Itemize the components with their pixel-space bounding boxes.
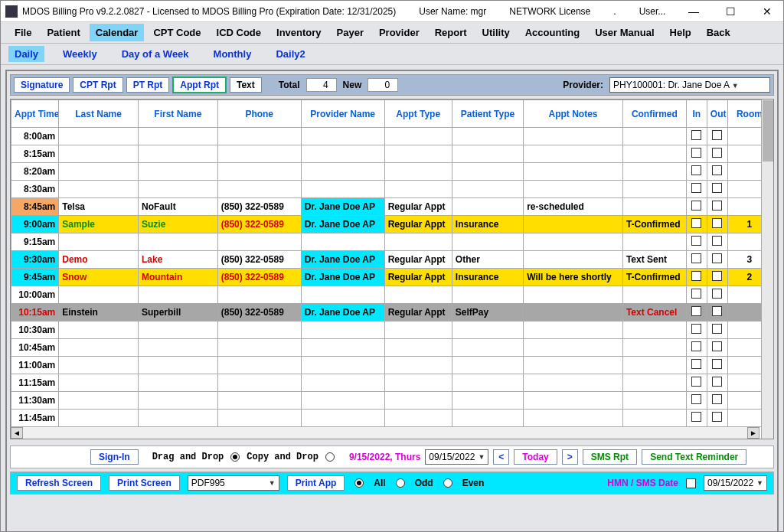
user-menu[interactable]: User... — [639, 6, 666, 17]
print-app-button[interactable]: Print App — [287, 475, 345, 491]
in-checkbox[interactable] — [691, 165, 701, 175]
sms-date-checkbox[interactable] — [686, 478, 696, 488]
submenu-daily2[interactable]: Daily2 — [270, 46, 311, 62]
sign-in-button[interactable]: Sign-In — [90, 449, 139, 465]
in-checkbox[interactable] — [691, 253, 701, 263]
in-checkbox[interactable] — [691, 201, 701, 211]
submenu-day-of-a-week[interactable]: Day of a Week — [116, 46, 195, 62]
vertical-scrollbar[interactable] — [761, 100, 773, 439]
appt-rpt-button[interactable]: Appt Rpt — [172, 77, 227, 93]
send-text-button[interactable]: Send Text Reminder — [642, 449, 746, 465]
pt-rpt-button[interactable]: PT Rpt — [126, 77, 170, 93]
table-row[interactable]: 11:30am — [11, 392, 772, 410]
out-checkbox[interactable] — [712, 324, 722, 334]
menu-file[interactable]: File — [8, 24, 38, 41]
today-button[interactable]: Today — [514, 449, 557, 465]
in-checkbox[interactable] — [691, 306, 701, 316]
out-checkbox[interactable] — [712, 289, 722, 299]
submenu-monthly[interactable]: Monthly — [207, 46, 258, 62]
in-checkbox[interactable] — [691, 324, 701, 334]
table-row[interactable]: 8:45amTelsaNoFault(850) 322-0589Dr. Jane… — [11, 198, 772, 216]
out-checkbox[interactable] — [712, 306, 722, 316]
table-row[interactable]: 8:00am — [11, 128, 772, 145]
table-row[interactable]: 10:45am — [11, 339, 772, 357]
refresh-button[interactable]: Refresh Screen — [17, 475, 101, 491]
close-button[interactable]: ✕ — [756, 3, 779, 20]
column-header-out[interactable]: Out — [707, 100, 727, 128]
out-checkbox[interactable] — [712, 359, 722, 369]
out-checkbox[interactable] — [712, 201, 722, 211]
table-row[interactable]: 8:20am — [11, 163, 772, 181]
copy-drop-radio[interactable] — [325, 452, 335, 462]
table-row[interactable]: 9:00amSampleSuzie(850) 322-0589Dr. Jane … — [11, 216, 772, 233]
printer-select[interactable]: PDF995▼ — [188, 475, 279, 491]
cpt-rpt-button[interactable]: CPT Rpt — [73, 77, 122, 93]
menu-icd-code[interactable]: ICD Code — [211, 24, 268, 41]
menu-back[interactable]: Back — [701, 24, 737, 41]
in-checkbox[interactable] — [691, 218, 701, 228]
print-screen-button[interactable]: Print Screen — [109, 475, 180, 491]
next-day-button[interactable]: > — [562, 449, 578, 465]
menu-inventory[interactable]: Inventory — [270, 24, 328, 41]
column-header-time[interactable]: Appt Time — [11, 100, 59, 128]
column-header-first[interactable]: First Name — [139, 100, 218, 128]
odd-radio[interactable] — [396, 478, 405, 488]
out-checkbox[interactable] — [712, 394, 722, 404]
menu-payer[interactable]: Payer — [331, 24, 370, 41]
in-checkbox[interactable] — [691, 377, 701, 387]
out-checkbox[interactable] — [712, 130, 722, 140]
sms-date-picker[interactable]: 09/15/2022▼ — [704, 475, 767, 491]
out-checkbox[interactable] — [712, 253, 722, 263]
drag-drop-radio[interactable] — [230, 452, 240, 462]
maximize-button[interactable]: ☐ — [719, 3, 742, 20]
date-picker[interactable]: 09/15/2022▼ — [425, 449, 488, 465]
menu-calendar[interactable]: Calendar — [90, 24, 145, 41]
column-header-atype[interactable]: Appt Type — [384, 100, 452, 128]
sms-rpt-button[interactable]: SMS Rpt — [583, 449, 637, 465]
table-row[interactable]: 10:00am — [11, 286, 772, 304]
column-header-last[interactable]: Last Name — [59, 100, 139, 128]
column-header-ptype[interactable]: Patient Type — [452, 100, 523, 128]
menu-report[interactable]: Report — [429, 24, 473, 41]
in-checkbox[interactable] — [691, 271, 701, 281]
in-checkbox[interactable] — [691, 130, 701, 140]
submenu-daily[interactable]: Daily — [8, 46, 44, 62]
even-radio[interactable] — [443, 478, 452, 488]
out-checkbox[interactable] — [712, 271, 722, 281]
in-checkbox[interactable] — [691, 148, 701, 158]
table-row[interactable]: 8:15am — [11, 145, 772, 163]
table-row[interactable]: 9:15am — [11, 233, 772, 251]
in-checkbox[interactable] — [691, 359, 701, 369]
column-header-conf[interactable]: Confirmed — [622, 100, 686, 128]
prev-day-button[interactable]: < — [493, 449, 509, 465]
column-header-notes[interactable]: Appt Notes — [524, 100, 623, 128]
column-header-phone[interactable]: Phone — [217, 100, 301, 128]
menu-provider[interactable]: Provider — [373, 24, 426, 41]
table-row[interactable]: 11:15am — [11, 374, 772, 392]
table-row[interactable]: 10:30am — [11, 321, 772, 339]
in-checkbox[interactable] — [691, 412, 701, 422]
table-row[interactable]: 10:15amEinsteinSuperbill(850) 322-0589Dr… — [11, 304, 772, 321]
submenu-weekly[interactable]: Weekly — [57, 46, 103, 62]
table-row[interactable]: 8:30am — [11, 181, 772, 198]
menu-accounting[interactable]: Accounting — [519, 24, 586, 41]
table-row[interactable]: 11:00am — [11, 357, 772, 374]
menu-user-manual[interactable]: User Manual — [589, 24, 660, 41]
menu-utility[interactable]: Utility — [476, 24, 516, 41]
in-checkbox[interactable] — [691, 183, 701, 193]
in-checkbox[interactable] — [691, 394, 701, 404]
out-checkbox[interactable] — [712, 148, 722, 158]
in-checkbox[interactable] — [691, 341, 701, 351]
horizontal-scrollbar[interactable]: ◄► — [11, 426, 760, 439]
in-checkbox[interactable] — [691, 236, 701, 246]
out-checkbox[interactable] — [712, 341, 722, 351]
table-row[interactable]: 9:45amSnowMountain(850) 322-0589Dr. Jane… — [11, 269, 772, 286]
table-row[interactable]: 11:45am — [11, 410, 772, 427]
out-checkbox[interactable] — [712, 377, 722, 387]
in-checkbox[interactable] — [691, 289, 701, 299]
out-checkbox[interactable] — [712, 412, 722, 422]
column-header-in[interactable]: In — [686, 100, 707, 128]
out-checkbox[interactable] — [712, 183, 722, 193]
all-radio[interactable] — [354, 478, 364, 488]
out-checkbox[interactable] — [712, 218, 722, 228]
